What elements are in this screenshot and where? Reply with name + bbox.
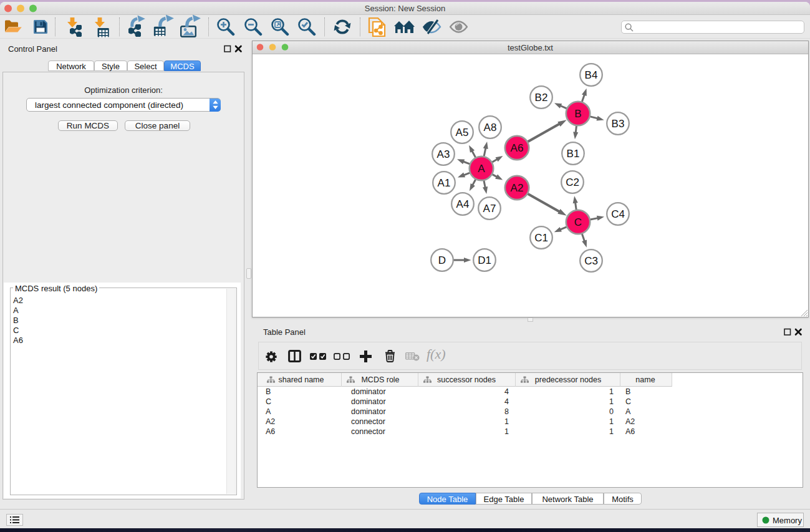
svg-text:D1: D1 bbox=[478, 254, 491, 266]
svg-text:A7: A7 bbox=[483, 203, 496, 215]
svg-text:B2: B2 bbox=[535, 92, 548, 104]
svg-text:A1: A1 bbox=[438, 177, 451, 189]
svg-text:A5: A5 bbox=[456, 127, 469, 138]
svg-text:A2: A2 bbox=[511, 182, 524, 194]
svg-text:B3: B3 bbox=[612, 118, 625, 130]
svg-text:A: A bbox=[478, 163, 485, 175]
svg-text:C4: C4 bbox=[611, 208, 625, 220]
svg-text:D: D bbox=[438, 254, 446, 266]
svg-text:B: B bbox=[574, 108, 581, 120]
svg-text:A4: A4 bbox=[456, 198, 470, 210]
svg-text:C2: C2 bbox=[566, 177, 579, 188]
svg-text:B1: B1 bbox=[567, 148, 580, 160]
svg-text:A3: A3 bbox=[437, 148, 450, 160]
svg-text:A6: A6 bbox=[511, 142, 524, 154]
svg-text:A8: A8 bbox=[484, 122, 497, 133]
svg-text:C3: C3 bbox=[584, 255, 598, 267]
svg-text:C: C bbox=[574, 216, 582, 228]
svg-text:B4: B4 bbox=[585, 69, 598, 81]
svg-text:C1: C1 bbox=[534, 232, 548, 244]
